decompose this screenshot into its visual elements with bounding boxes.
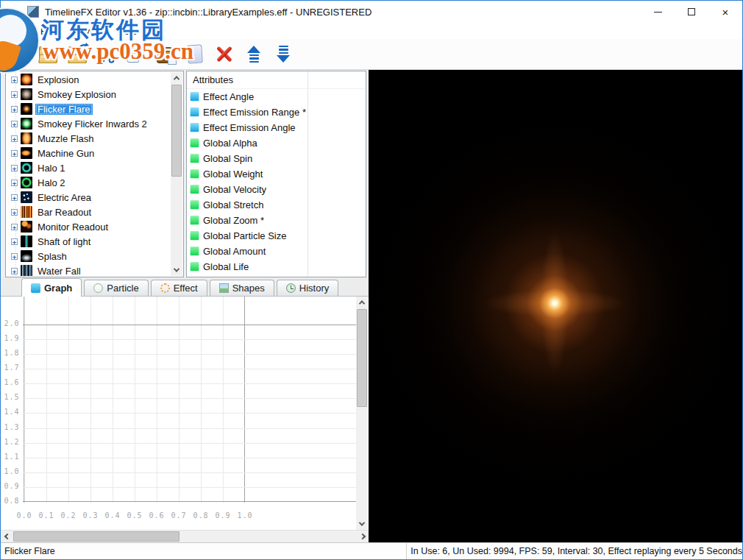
new-effect-button[interactable] bbox=[4, 40, 33, 68]
tree-item-smokey-flicker-inwards-2[interactable]: +Smokey Flicker Inwards 2 bbox=[7, 116, 170, 131]
tree-item-water-fall[interactable]: +Water Fall bbox=[7, 263, 170, 276]
attribute-effect-angle[interactable]: Effect Angle bbox=[187, 89, 366, 104]
expand-icon[interactable]: + bbox=[11, 77, 18, 83]
tab-particle[interactable]: Particle bbox=[84, 280, 148, 296]
chevron-up-icon bbox=[174, 76, 179, 82]
scroll-down-button[interactable] bbox=[171, 264, 182, 276]
scroll-down-button[interactable] bbox=[356, 518, 368, 530]
tree-scrollbar-thumb[interactable] bbox=[171, 85, 182, 177]
expand-icon[interactable]: + bbox=[11, 150, 18, 157]
import-library-button[interactable] bbox=[63, 40, 92, 68]
graph-curve-icon bbox=[190, 247, 199, 256]
scroll-left-button[interactable] bbox=[1, 531, 13, 542]
tree-item-splash[interactable]: +Splash bbox=[7, 249, 170, 263]
expand-icon[interactable]: + bbox=[11, 224, 18, 230]
attribute-label: Global Amount bbox=[203, 246, 266, 257]
copy-button[interactable] bbox=[121, 40, 151, 68]
tree-item-halo-1[interactable]: +Halo 1 bbox=[7, 160, 170, 175]
expand-icon[interactable]: + bbox=[11, 238, 18, 245]
tree-item-smokey-explosion[interactable]: +Smokey Explosion bbox=[7, 87, 170, 102]
graph-horizontal-scrollbar[interactable] bbox=[1, 530, 369, 542]
expand-icon[interactable]: + bbox=[11, 91, 18, 98]
move-up-button[interactable] bbox=[239, 40, 269, 68]
attribute-global-particle-size[interactable]: Global Particle Size bbox=[187, 228, 366, 244]
tree-item-explosion[interactable]: +Explosion bbox=[7, 72, 170, 87]
scroll-up-button[interactable] bbox=[171, 72, 182, 84]
graph-vertical-scrollbar[interactable] bbox=[356, 297, 368, 530]
tree-item-label: Explosion bbox=[35, 74, 81, 85]
graph-curve-icon bbox=[190, 169, 199, 179]
tree-item-monitor-readout[interactable]: +Monitor Readout bbox=[7, 219, 170, 234]
attribute-label: Global Stretch bbox=[203, 199, 263, 210]
x-axis-tick: 0.1 bbox=[38, 511, 55, 520]
attribute-effect-emission-range[interactable]: Effect Emission Range * bbox=[187, 104, 366, 120]
y-axis-tick: 1.7 bbox=[2, 364, 21, 372]
expand-icon[interactable]: + bbox=[11, 121, 18, 127]
halo-1-thumb-icon bbox=[21, 162, 32, 174]
y-axis-tick: 2.0 bbox=[2, 319, 21, 327]
graph-panel[interactable]: 2.0 1.9 1.8 1.7 1.6 1.5 1.4 1.3 1.2 1.1 … bbox=[1, 297, 369, 530]
move-down-button[interactable] bbox=[269, 40, 298, 68]
maximize-button[interactable] bbox=[675, 1, 708, 23]
scroll-right-button[interactable] bbox=[356, 531, 369, 542]
move-down-icon bbox=[277, 46, 290, 63]
expand-icon[interactable]: + bbox=[11, 106, 18, 113]
effect-preview-viewport[interactable] bbox=[369, 70, 742, 542]
paste-button[interactable] bbox=[180, 40, 210, 68]
expand-icon[interactable]: + bbox=[11, 135, 18, 142]
attribute-global-life[interactable]: Global Life bbox=[187, 259, 366, 274]
menu-file[interactable]: File bbox=[5, 24, 34, 38]
expand-icon[interactable]: + bbox=[11, 165, 18, 171]
expand-icon[interactable]: + bbox=[11, 268, 18, 274]
attribute-global-weight[interactable]: Global Weight bbox=[187, 166, 366, 182]
attribute-global-spin[interactable]: Global Spin bbox=[187, 151, 366, 166]
scroll-up-button[interactable] bbox=[356, 297, 368, 308]
attribute-label: Effect Emission Range * bbox=[203, 107, 306, 118]
tab-history[interactable]: History bbox=[277, 280, 338, 296]
tree-item-bar-readout[interactable]: +Bar Readout bbox=[7, 205, 170, 219]
tree-item-flicker-flare[interactable]: +Flicker Flare bbox=[7, 102, 170, 116]
tree-item-electric-area[interactable]: +Electric Area bbox=[7, 190, 170, 205]
y-axis-tick: 1.5 bbox=[2, 393, 21, 401]
delete-button[interactable] bbox=[210, 40, 239, 68]
attribute-global-zoom[interactable]: Global Zoom * bbox=[187, 213, 366, 228]
expand-icon[interactable]: + bbox=[11, 194, 18, 201]
tree-item-muzzle-flash[interactable]: +Muzzle Flash bbox=[7, 131, 170, 146]
attribute-effect-emission-angle[interactable]: Effect Emission Angle bbox=[187, 120, 366, 135]
left-column: +Explosion +Smokey Explosion +Flicker Fl… bbox=[1, 70, 369, 542]
expand-icon[interactable]: + bbox=[11, 209, 18, 216]
tab-label: Particle bbox=[107, 283, 138, 294]
tab-label: Shapes bbox=[232, 283, 265, 294]
attribute-global-amount[interactable]: Global Amount bbox=[187, 244, 366, 259]
tree-item-machine-gun[interactable]: +Machine Gun bbox=[7, 146, 170, 160]
graph-curve-icon bbox=[190, 123, 199, 132]
window-title: TimelineFX Editor v1.36 - zip::incbin::L… bbox=[45, 7, 372, 18]
minimize-button[interactable] bbox=[641, 1, 675, 23]
attribute-global-alpha[interactable]: Global Alpha bbox=[187, 135, 366, 151]
menu-help[interactable]: Help bbox=[111, 24, 144, 38]
graph-hscrollbar-thumb[interactable] bbox=[13, 531, 179, 542]
expand-icon[interactable]: + bbox=[11, 253, 18, 260]
y-axis-tick: 1.6 bbox=[2, 378, 21, 386]
title-bar[interactable]: TimelineFX Editor v1.36 - zip::incbin::L… bbox=[1, 1, 742, 23]
open-library-button[interactable] bbox=[33, 40, 63, 68]
tree-item-shaft-of-light[interactable]: +Shaft of light bbox=[7, 234, 170, 249]
cut-button[interactable] bbox=[92, 40, 121, 68]
tree-item-halo-2[interactable]: +Halo 2 bbox=[7, 175, 170, 190]
expand-icon[interactable]: + bbox=[11, 180, 18, 186]
y-axis-tick: 1.9 bbox=[2, 334, 21, 342]
library-package-button[interactable] bbox=[151, 40, 180, 68]
y-axis-tick: 0.8 bbox=[2, 497, 21, 505]
tree-scrollbar[interactable] bbox=[171, 72, 182, 276]
menu-edit[interactable]: Edit bbox=[34, 24, 63, 38]
smokey-flicker-inwards-thumb-icon bbox=[21, 118, 32, 130]
graph-scrollbar-thumb[interactable] bbox=[357, 309, 367, 407]
attribute-global-stretch[interactable]: Global Stretch bbox=[187, 197, 366, 213]
menu-preview[interactable]: Preview bbox=[63, 24, 110, 38]
tab-shapes[interactable]: Shapes bbox=[210, 280, 274, 296]
close-button[interactable]: × bbox=[708, 1, 742, 23]
x-axis-tick: 0.8 bbox=[192, 511, 210, 520]
tab-graph[interactable]: Graph bbox=[21, 278, 82, 297]
attribute-global-velocity[interactable]: Global Velocity bbox=[187, 182, 366, 197]
tab-effect[interactable]: Effect bbox=[151, 280, 207, 296]
